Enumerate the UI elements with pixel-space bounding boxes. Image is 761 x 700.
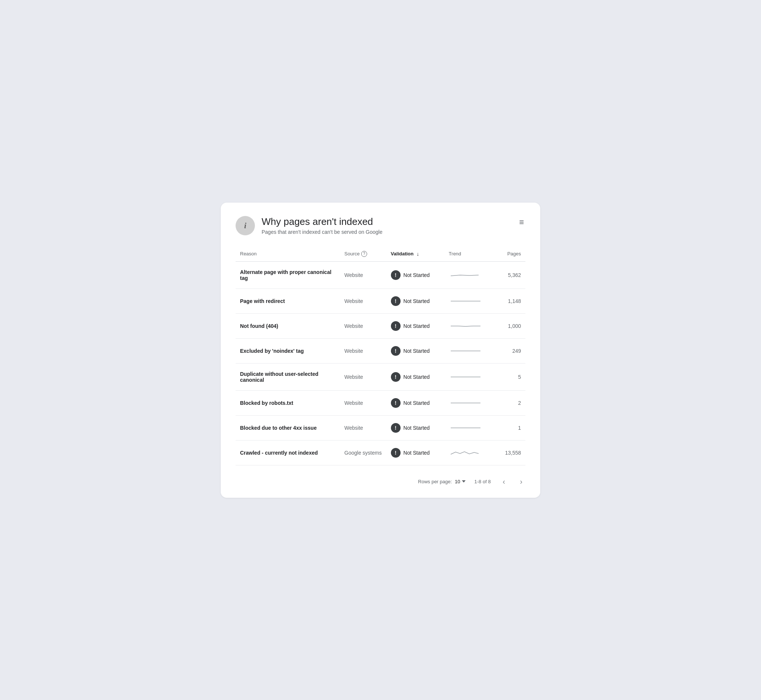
trend-line	[449, 373, 492, 381]
rows-per-page-control: Rows per page: 10	[418, 479, 466, 484]
table-row: Blocked by robots.txt Website Not Starte…	[235, 390, 526, 415]
row-reason: Blocked by robots.txt	[235, 390, 340, 415]
rows-per-page-select[interactable]: 10	[455, 479, 465, 484]
table-body: Alternate page with proper canonical tag…	[235, 261, 526, 465]
row-pages: 1	[496, 415, 526, 440]
info-icon: i	[244, 221, 246, 230]
next-page-button[interactable]: ›	[517, 476, 526, 488]
col-header-reason: Reason	[235, 247, 340, 262]
row-trend	[444, 338, 496, 363]
row-pages: 1,148	[496, 289, 526, 313]
sort-arrow-icon: ↓	[416, 251, 419, 257]
chevron-down-icon	[462, 480, 466, 483]
row-validation: Not Started	[387, 363, 444, 390]
table-footer: Rows per page: 10 1-8 of 8 ‹ ›	[235, 473, 526, 488]
row-validation: Not Started	[387, 313, 444, 338]
trend-line	[449, 297, 492, 305]
table-row: Duplicate without user-selected canonica…	[235, 363, 526, 390]
not-started-icon	[391, 398, 401, 408]
page-info: 1-8 of 8	[474, 479, 491, 484]
row-validation: Not Started	[387, 390, 444, 415]
row-pages: 5,362	[496, 261, 526, 289]
table-header-row: Reason Source ? Validation ↓ Trend	[235, 247, 526, 262]
source-help-icon[interactable]: ?	[361, 251, 367, 257]
row-source: Website	[340, 289, 387, 313]
trend-line	[449, 322, 492, 330]
row-reason: Excluded by 'noindex' tag	[235, 338, 340, 363]
prev-page-button[interactable]: ‹	[500, 476, 508, 488]
row-validation: Not Started	[387, 338, 444, 363]
rows-per-page-value: 10	[455, 479, 460, 484]
not-started-label: Not Started	[404, 323, 430, 329]
trend-line	[449, 347, 492, 355]
not-started-icon	[391, 423, 401, 433]
row-validation: Not Started	[387, 289, 444, 313]
trend-line	[449, 399, 492, 407]
row-reason: Duplicate without user-selected canonica…	[235, 363, 340, 390]
filter-icon[interactable]: ≡	[518, 216, 526, 229]
not-started-label: Not Started	[404, 272, 430, 278]
rows-per-page-label: Rows per page:	[418, 479, 452, 484]
row-trend	[444, 415, 496, 440]
row-source: Website	[340, 390, 387, 415]
not-started-icon	[391, 346, 401, 356]
page-title: Why pages aren't indexed	[262, 216, 382, 228]
data-table: Reason Source ? Validation ↓ Trend	[235, 247, 526, 466]
table-row: Crawled - currently not indexed Google s…	[235, 440, 526, 465]
row-trend	[444, 289, 496, 313]
row-pages: 249	[496, 338, 526, 363]
trend-line	[449, 271, 492, 279]
col-header-trend: Trend	[444, 247, 496, 262]
table-row: Not found (404) Website Not Started 1,00…	[235, 313, 526, 338]
row-source: Google systems	[340, 440, 387, 465]
not-started-label: Not Started	[404, 400, 430, 406]
info-icon-circle: i	[235, 216, 255, 235]
not-started-icon	[391, 448, 401, 458]
col-header-source: Source ?	[340, 247, 387, 262]
not-started-label: Not Started	[404, 298, 430, 304]
not-started-label: Not Started	[404, 348, 430, 354]
row-pages: 13,558	[496, 440, 526, 465]
row-source: Website	[340, 261, 387, 289]
row-validation: Not Started	[387, 440, 444, 465]
card-header: i Why pages aren't indexed Pages that ar…	[235, 216, 526, 235]
row-trend	[444, 313, 496, 338]
row-source: Website	[340, 338, 387, 363]
table-row: Excluded by 'noindex' tag Website Not St…	[235, 338, 526, 363]
not-started-label: Not Started	[404, 450, 430, 456]
table-row: Blocked due to other 4xx issue Website N…	[235, 415, 526, 440]
row-pages: 1,000	[496, 313, 526, 338]
row-source: Website	[340, 415, 387, 440]
row-trend	[444, 363, 496, 390]
col-header-pages: Pages	[496, 247, 526, 262]
col-header-validation[interactable]: Validation ↓	[387, 247, 444, 262]
table-row: Alternate page with proper canonical tag…	[235, 261, 526, 289]
row-pages: 2	[496, 390, 526, 415]
not-started-icon	[391, 321, 401, 331]
not-started-label: Not Started	[404, 425, 430, 431]
trend-line	[449, 449, 492, 456]
not-started-icon	[391, 270, 401, 280]
row-validation: Not Started	[387, 261, 444, 289]
row-trend	[444, 440, 496, 465]
row-source: Website	[340, 363, 387, 390]
row-reason: Blocked due to other 4xx issue	[235, 415, 340, 440]
not-started-icon	[391, 372, 401, 382]
row-validation: Not Started	[387, 415, 444, 440]
page-subtitle: Pages that aren't indexed can't be serve…	[262, 229, 382, 235]
row-reason: Crawled - currently not indexed	[235, 440, 340, 465]
trend-line	[449, 424, 492, 431]
row-trend	[444, 261, 496, 289]
row-pages: 5	[496, 363, 526, 390]
row-reason: Alternate page with proper canonical tag	[235, 261, 340, 289]
not-started-icon	[391, 296, 401, 306]
row-reason: Page with redirect	[235, 289, 340, 313]
not-started-label: Not Started	[404, 374, 430, 380]
row-trend	[444, 390, 496, 415]
main-card: i Why pages aren't indexed Pages that ar…	[221, 203, 540, 498]
row-reason: Not found (404)	[235, 313, 340, 338]
table-row: Page with redirect Website Not Started 1…	[235, 289, 526, 313]
row-source: Website	[340, 313, 387, 338]
header-text: Why pages aren't indexed Pages that aren…	[262, 216, 382, 235]
header-left: i Why pages aren't indexed Pages that ar…	[235, 216, 382, 235]
